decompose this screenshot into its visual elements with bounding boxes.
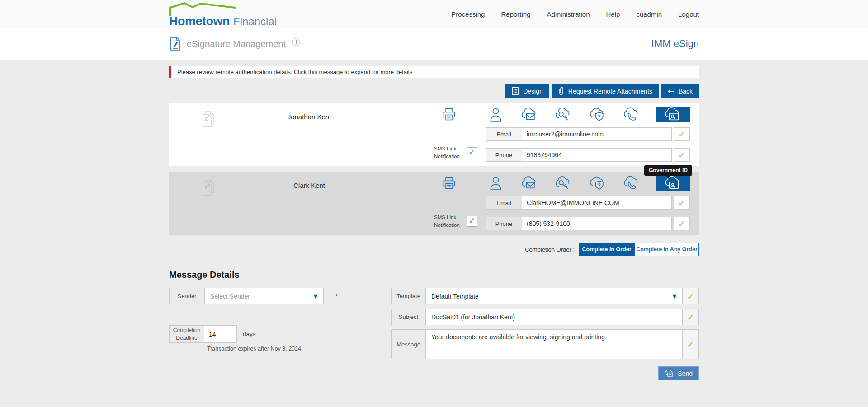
product-name: IMM eSign [651,38,699,50]
phone-label: Phone [486,148,522,162]
phone-row: Phone 9183794964 ✓ [486,148,690,162]
printer-icon[interactable] [440,108,457,122]
email-row: Email immuser2@immonline.com ✓ [486,127,690,141]
nav-username[interactable]: cuadmin [636,10,662,18]
subject-label: Subject [392,309,426,325]
remote-auth-icon-row: ? [486,175,690,191]
svg-text:?: ? [598,183,600,188]
email-value[interactable]: ClarkHOME@IMMONLINE.COM [522,196,672,210]
document-count-icon: 2 [200,179,215,198]
sender-selected-value[interactable]: Select Sender ▼ [205,288,323,304]
paperclip-icon [558,87,564,96]
checkbox-check-icon: ✓ [468,215,476,225]
remote-email-icon[interactable] [519,175,539,191]
back-button[interactable]: ← Back [661,84,699,98]
government-id-tooltip: Government ID [644,165,692,176]
recipient-person-icon[interactable] [486,107,505,122]
chevron-down-icon: ▼ [672,293,677,299]
recipient-row-clark-kent[interactable]: Government ID 2 Clark Kent [169,172,699,235]
email-valid-check: ✓ [674,196,690,210]
nav-processing[interactable]: Processing [451,10,485,18]
message-row: Message Your documents are available for… [391,329,699,359]
sender-placeholder: Select Sender [210,293,250,300]
checkbox-check-icon: ✓ [468,147,476,157]
sender-dropdown[interactable]: Sender Select Sender ▼ [169,288,324,304]
check-icon: ✓ [678,150,685,160]
email-row: Email ClarkHOME@IMMONLINE.COM ✓ [486,196,690,210]
complete-in-order-button[interactable]: Complete in Order [579,243,635,256]
remote-password-icon[interactable] [553,107,573,122]
doc-count-number: 2 [205,116,208,122]
design-document-icon [512,87,519,95]
document-count-icon: 2 [200,110,215,129]
sms-notification-checkbox[interactable]: ✓ [467,147,477,158]
expiry-note: Transaction expires after Nov 8, 2024. [207,346,347,352]
template-dropdown[interactable]: Default Template ▼ [426,288,682,304]
message-details-heading: Message Details [169,270,699,280]
phone-label: Phone [486,217,522,230]
subject-input[interactable]: DocSet01 (for Jonathan Kent) [426,309,682,325]
remote-phone-icon[interactable] [622,175,642,191]
sender-row: Sender Select Sender ▼ * [169,288,347,304]
deadline-days-input[interactable] [204,325,237,343]
template-row: Template Default Template ▼ ✓ [391,288,699,304]
remote-security-question-icon[interactable]: ? [588,175,608,191]
completion-order-row: Completion Order : Complete in Order Com… [169,243,699,256]
svg-text:x: x [171,47,173,50]
review-auth-alert[interactable]: Please review remote authentication deta… [169,66,699,78]
government-id-icon[interactable] [656,107,690,122]
send-button-label: Send [678,370,693,377]
hometown-financial-logo: Hometown Financial [169,0,277,28]
email-value[interactable]: immuser2@immonline.com [522,127,672,141]
completion-deadline-label: Completion Deadline [169,325,204,343]
check-icon: ✓ [687,312,694,322]
check-icon: ✓ [687,339,694,349]
check-icon: ✓ [678,219,685,229]
recipient-name: Jonathan Kent [219,113,400,121]
remote-password-icon[interactable] [553,175,573,191]
send-button[interactable]: Send [658,366,699,380]
check-icon: ✓ [687,291,694,301]
sms-link-notification: SMS Link Notification ✓ [434,214,477,229]
recipient-row-jonathan-kent[interactable]: 2 Jonathan Kent [169,103,699,166]
nav-logout[interactable]: Logout [678,10,699,18]
phone-value[interactable]: (805) 532-9100 [522,217,672,230]
remote-security-question-icon[interactable]: ? [588,107,608,122]
template-valid-check: ✓ [682,288,698,304]
email-valid-check: ✓ [674,127,690,141]
info-icon[interactable]: i [292,38,300,46]
phone-valid-check: ✓ [674,217,690,230]
complete-in-any-order-button[interactable]: Complete in Any Order [635,243,699,256]
request-remote-attachments-label: Request Remote Attachments [568,88,652,95]
deadline-unit-label: days [243,331,256,337]
nav-reporting[interactable]: Reporting [501,10,530,18]
esignature-document-icon: x [169,37,181,51]
phone-value[interactable]: 9183794964 [522,148,672,162]
recipient-person-icon[interactable] [486,175,505,191]
sender-required-marker: * [326,288,347,304]
sms-link-notification-label: SMS Link Notification [434,214,460,229]
printer-icon[interactable] [440,176,457,191]
message-textarea[interactable]: Your documents are available for viewing… [426,330,682,359]
phone-row: Phone (805) 532-9100 ✓ [486,217,690,230]
government-id-icon[interactable] [656,175,690,191]
request-remote-attachments-button[interactable]: Request Remote Attachments [552,84,659,98]
brand-name: Hometown [169,14,230,28]
sms-link-notification: SMS Link Notification ✓ [434,145,477,161]
design-button-label: Design [523,88,543,95]
back-button-label: Back [679,88,693,95]
design-button[interactable]: Design [505,84,549,98]
check-icon: ✓ [678,198,685,208]
message-valid-check: ✓ [682,330,698,359]
remote-email-icon[interactable] [519,107,539,122]
nav-administration[interactable]: Administration [547,10,590,18]
remote-phone-icon[interactable] [622,107,642,122]
nav-help[interactable]: Help [606,10,620,18]
template-label: Template [392,288,426,304]
doc-count-number: 2 [205,185,208,190]
recipient-name: Clark Kent [219,182,400,189]
sms-link-notification-label: SMS Link Notification [434,145,460,161]
tooltip-caret [665,175,671,178]
sms-notification-checkbox[interactable]: ✓ [467,216,477,227]
chevron-down-icon: ▼ [313,293,318,299]
